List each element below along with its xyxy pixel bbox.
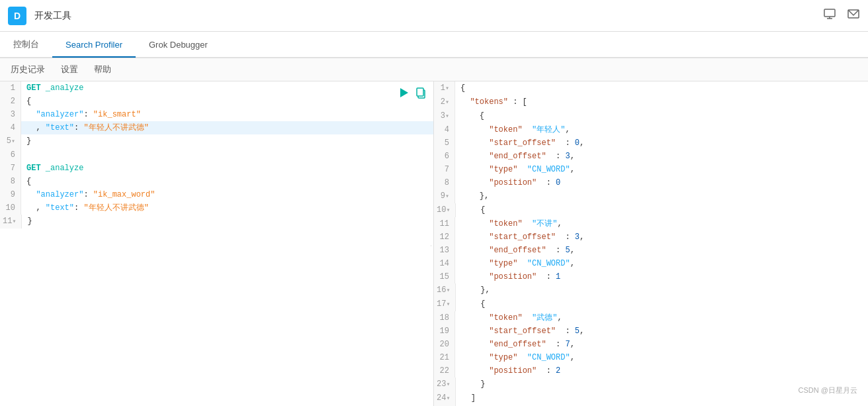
editor-line: 7GET _analyze [0,162,433,175]
output-line-content: "position" : 0 [455,176,868,189]
output-line-number: 2▾ [434,95,455,109]
history-button[interactable]: 历史记录 [8,62,48,77]
fold-indicator[interactable]: ▾ [446,287,450,294]
output-line: 21 "type" "CN_WORD", [434,351,868,364]
json-num: 7 [565,340,570,349]
output-line-content: "position" : 2 [455,364,868,378]
output-line-content: "token" "不讲", [455,217,868,230]
json-str: "不讲" [532,219,557,228]
json-num: 5 [565,246,570,255]
line-number: 5▾ [0,134,21,148]
top-bar: D 开发工具 [0,0,868,32]
line-number: 7 [0,162,21,175]
output-line-content: }, [455,189,868,203]
run-btn-area [396,85,428,103]
line-content: , "text": "年轻人不讲武德" [21,121,433,134]
json-value: "年轻人不讲武德" [83,123,148,132]
output-line-number: 4 [434,123,455,136]
output-line: 12 "start_offset" : 3, [434,230,868,244]
json-str: "CN_WORD" [527,165,570,174]
fold-indicator[interactable]: ▾ [445,113,449,120]
output-line-content: "end_offset" : 7, [455,338,868,351]
output-line-content: "type" "CN_WORD", [455,163,868,176]
line-content: } [22,215,433,228]
run-button[interactable] [396,85,411,103]
output-line-number: 3▾ [434,109,455,123]
json-key: "type" [489,165,517,174]
line-number: 8 [0,175,21,188]
editor-line: 5▾} [0,134,433,148]
tab-console[interactable]: 控制台 [0,32,52,58]
resize-handle[interactable]: ⋮ [431,81,434,406]
line-content [21,148,433,162]
path-value: _analyze [46,83,84,93]
fold-indicator[interactable]: ▾ [445,99,449,106]
output-line: 15 "position" : 1 [434,270,868,283]
output-line-number: 5 [434,136,455,150]
output-line: 16▾ }, [434,283,868,297]
output-line-content: "tokens" : [ [455,95,868,109]
output-line: 19 "start_offset" : 5, [434,325,868,338]
json-key: "token" [489,313,522,323]
tab-search-profiler[interactable]: Search Profiler [52,33,136,58]
line-content: { [21,175,433,188]
fold-indicator[interactable]: ▾ [11,138,15,145]
json-key: "text" [46,123,74,132]
editor-line: 6 [0,148,433,162]
mail-icon[interactable] [847,7,860,24]
json-value: "年轻人不讲武德" [83,203,148,213]
output-panel: 1▾{2▾ "tokens" : [3▾ {4 "token" "年轻人",5 … [434,81,868,406]
editor-panel: 1GET _analyze2{3 "analyzer": "ik_smart"4… [0,81,434,406]
output-line: 11 "token" "不讲", [434,217,868,230]
fold-indicator[interactable]: ▾ [445,193,449,200]
fold-indicator[interactable]: ▾ [446,395,450,402]
fold-indicator[interactable]: ▾ [12,218,16,225]
json-key: "position" [489,366,537,376]
path-value: _analyze [46,164,84,173]
fold-indicator[interactable]: ▾ [446,207,450,214]
output-line-content: "type" "CN_WORD", [455,257,868,270]
line-content: GET _analyze [21,162,433,175]
output-line-content: "end_offset" : 5, [455,244,868,257]
json-key: "type" [489,259,517,268]
output-line: 14 "type" "CN_WORD", [434,257,868,270]
monitor-icon[interactable] [823,7,836,24]
tab-bar: 控制台 Search Profiler Grok Debugger [0,32,868,58]
json-key: "start_offset" [489,138,556,148]
json-value: "ik_max_word" [93,190,155,199]
json-str: "年轻人" [532,125,565,134]
fold-indicator[interactable]: ▾ [445,85,449,92]
copy-button[interactable] [413,85,428,103]
svg-rect-6 [417,88,423,96]
editor-line: 3 "analyzer": "ik_smart" [0,108,433,121]
line-content: "analyzer": "ik_max_word" [21,188,433,201]
method-keyword: GET [26,83,41,93]
output-line: 9▾ }, [434,189,868,203]
json-num: 2 [556,366,560,376]
json-num: 5 [575,327,580,336]
output-line-number: 16▾ [434,283,456,297]
fold-indicator[interactable]: ▾ [446,301,450,308]
output-line: 17▾ { [434,297,868,311]
editor-line: 8{ [0,175,433,188]
json-key: "end_offset" [489,340,546,349]
output-line-number: 15 [434,270,455,283]
json-key: "start_offset" [489,327,556,336]
brace: } [27,217,32,226]
settings-button[interactable]: 设置 [58,62,81,77]
output-line-content: "token" "年轻人", [455,123,868,136]
json-value: "ik_smart" [93,110,141,119]
output-line: 13 "end_offset" : 5, [434,244,868,257]
tab-grok-debugger[interactable]: Grok Debugger [136,33,221,58]
output-line: 6 "end_offset" : 3, [434,150,868,163]
json-key: "analyzer" [36,190,83,199]
watermark: CSDN @日星月云 [799,385,857,395]
json-key: "tokens" [470,97,508,107]
editor-code-area[interactable]: 1GET _analyze2{3 "analyzer": "ik_smart"4… [0,81,433,406]
fold-indicator[interactable]: ▾ [446,381,450,388]
line-number: 2 [0,95,21,108]
output-line-number: 24▾ [434,391,456,405]
help-button[interactable]: 帮助 [91,62,114,77]
toolbar: 历史记录 设置 帮助 [0,58,868,81]
json-key: "token" [489,125,522,134]
